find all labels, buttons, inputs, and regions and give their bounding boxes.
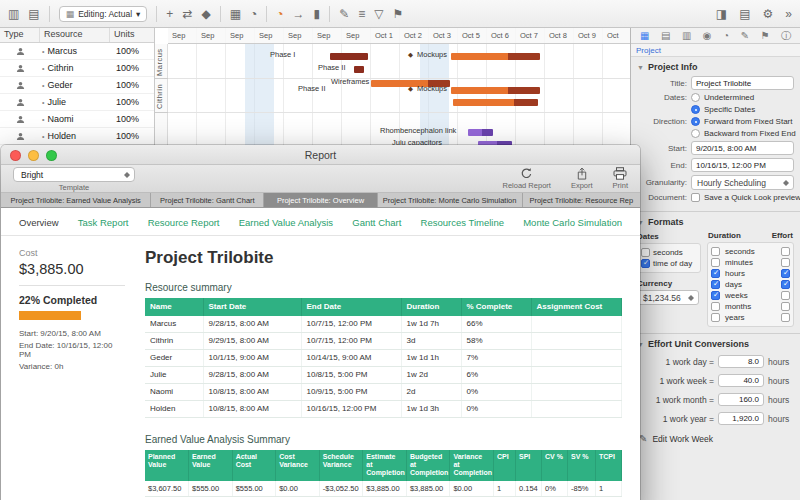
inspector-tab-resource-icon[interactable]: ◉ <box>703 30 712 41</box>
tab-gantt-chart[interactable]: Project Trilobite: Gantt Chart <box>151 193 264 207</box>
column-header-resource[interactable]: Resource <box>40 28 110 42</box>
reload-report-button[interactable]: Reload Report <box>503 167 551 190</box>
duration-days-checkbox[interactable] <box>711 280 720 289</box>
duration-seconds-checkbox[interactable] <box>711 247 720 256</box>
duration-hours-checkbox[interactable] <box>711 269 720 278</box>
work-day-field[interactable]: 8.0 <box>718 355 764 368</box>
tab-overview[interactable]: Project Trilobite: Overview <box>264 193 377 207</box>
project-title-field[interactable] <box>691 76 794 90</box>
work-month-field[interactable]: 160.0 <box>718 393 764 406</box>
sidebar-toggle-icon[interactable]: ◨ <box>716 8 727 20</box>
inspector-tab-project-icon[interactable]: ▦ <box>640 30 649 41</box>
gantt-bar-task[interactable] <box>453 99 538 106</box>
close-window-button[interactable] <box>10 150 21 161</box>
nav-overview[interactable]: Overview <box>19 217 59 228</box>
table-row[interactable]: •Julie 100% <box>0 94 154 111</box>
duration-months-checkbox[interactable] <box>711 302 720 311</box>
checkbox-option-label[interactable]: time of day <box>653 259 692 268</box>
inspector-tab-attachments-icon[interactable]: ⚑ <box>761 30 770 41</box>
nav-resource-report[interactable]: Resource Report <box>148 217 220 228</box>
project-start-field[interactable] <box>691 141 794 155</box>
timeline-view-icon[interactable]: ▤ <box>739 8 750 20</box>
view-task-icon[interactable]: ▥ <box>8 8 19 20</box>
disclosure-triangle-icon[interactable]: ▼ <box>637 64 644 71</box>
inspector-tab-styles-icon[interactable]: ✎ <box>741 30 749 41</box>
radio-option-label[interactable]: Undetermined <box>704 93 754 102</box>
nav-earned-value-analysis[interactable]: Earned Value Analysis <box>239 217 333 228</box>
table-row[interactable]: •Naomi 100% <box>0 111 154 128</box>
inspector-tab-info-icon[interactable]: ⓘ <box>781 29 791 43</box>
direction-forward-radio[interactable] <box>691 117 700 126</box>
effort-days-checkbox[interactable] <box>781 280 790 289</box>
effort-months-checkbox[interactable] <box>781 302 790 311</box>
effort-seconds-checkbox[interactable] <box>781 247 790 256</box>
milestone-icon[interactable]: ◆ <box>201 8 210 20</box>
print-button[interactable]: Print <box>613 167 628 190</box>
gantt-bar-rhombencephalon[interactable] <box>468 129 493 136</box>
add-task-icon[interactable]: + <box>166 8 173 20</box>
duration-years-checkbox[interactable] <box>711 313 720 322</box>
editing-mode-dropdown[interactable]: ▦ Editing: Actual ▾ <box>59 6 148 22</box>
dates-timeofday-checkbox[interactable] <box>641 259 650 268</box>
radio-option-label[interactable]: Specific Dates <box>704 105 755 114</box>
gantt-bar-mockups1[interactable] <box>451 53 540 60</box>
duration-weeks-checkbox[interactable] <box>711 291 720 300</box>
effort-years-checkbox[interactable] <box>781 313 790 322</box>
report-titlebar[interactable]: Report <box>1 145 640 165</box>
flag-icon[interactable]: ⚑ <box>392 8 403 20</box>
dates-seconds-checkbox[interactable] <box>641 248 650 257</box>
tab-earned-value-analysis[interactable]: Project Trilobite: Earned Value Analysis <box>1 193 151 207</box>
settings-gear-icon[interactable]: ⚙ <box>763 8 774 20</box>
table-row[interactable]: •Holden 100% <box>0 128 154 145</box>
checkbox-option-label[interactable]: seconds <box>653 248 683 257</box>
chart-icon[interactable]: ▮ <box>314 8 321 20</box>
calendar-icon[interactable]: ▦ <box>230 8 241 20</box>
column-header-units[interactable]: Units <box>110 28 154 42</box>
table-row[interactable]: •Geder 100% <box>0 77 154 94</box>
export-button[interactable]: Export <box>571 167 593 190</box>
work-year-field[interactable]: 1,920.0 <box>718 412 764 425</box>
tab-monte-carlo[interactable]: Project Trilobite: Monte Carlo Simulatio… <box>378 193 523 207</box>
direction-backward-radio[interactable] <box>691 129 700 138</box>
effort-hours-checkbox[interactable] <box>781 269 790 278</box>
inspector-tab-chart-icon[interactable]: ▥ <box>682 30 691 41</box>
more-tools-icon[interactable]: » <box>785 8 792 20</box>
nav-gantt-chart[interactable]: Gantt Chart <box>352 217 401 228</box>
template-dropdown[interactable]: Bright <box>13 167 135 182</box>
minimize-window-button[interactable] <box>28 150 39 161</box>
dates-specific-radio[interactable] <box>691 105 700 114</box>
table-row[interactable]: •Cithrin 100% <box>0 60 154 77</box>
view-resource-icon[interactable]: ▤ <box>28 8 39 20</box>
dates-undetermined-radio[interactable] <box>691 93 700 102</box>
table-row[interactable]: •Marcus 100% <box>0 43 154 60</box>
edit-work-week-button[interactable]: ✎ Edit Work Week <box>639 433 794 444</box>
tab-resource-report[interactable]: Project Trilobite: Resource Rep <box>523 193 640 207</box>
checkbox-option-label[interactable]: Save a Quick Look preview <box>704 193 800 202</box>
clock-icon[interactable]: ◔ <box>250 8 257 20</box>
zoom-window-button[interactable] <box>46 150 57 161</box>
link-tasks-icon[interactable]: ⇄ <box>182 8 192 20</box>
quicklook-checkbox[interactable] <box>691 193 700 202</box>
filter-icon[interactable]: ▽ <box>374 8 383 20</box>
gantt-chart[interactable]: Sep Sep Sep Sep Sep Sep Sep Oct 1 Oct 2 … <box>168 28 630 145</box>
reschedule-icon[interactable]: → <box>293 8 305 20</box>
gantt-bar-mockups2[interactable] <box>451 87 540 94</box>
duration-minutes-checkbox[interactable] <box>711 258 720 267</box>
granularity-dropdown[interactable]: Hourly Scheduling <box>691 175 794 190</box>
radio-option-label[interactable]: Backward from Fixed End <box>704 129 796 138</box>
nav-monte-carlo[interactable]: Monte Carlo Simulation <box>523 217 622 228</box>
inspector-tab-clock-icon[interactable]: ◔ <box>723 30 729 41</box>
gantt-bar-phase1[interactable] <box>330 53 368 60</box>
project-end-field[interactable] <box>691 158 794 172</box>
nav-resources-timeline[interactable]: Resources Timeline <box>421 217 504 228</box>
column-header-type[interactable]: Type <box>0 28 40 42</box>
edit-icon[interactable]: ✎ <box>339 8 349 20</box>
notes-icon[interactable]: ≡ <box>358 8 365 20</box>
catch-up-icon[interactable]: ◔ <box>276 8 283 20</box>
work-week-field[interactable]: 40.0 <box>718 374 764 387</box>
inspector-tab-calendar-icon[interactable]: ▤ <box>661 30 670 41</box>
radio-option-label[interactable]: Forward from Fixed Start <box>704 117 792 126</box>
gantt-bar-phase2-marker[interactable] <box>354 66 364 73</box>
nav-task-report[interactable]: Task Report <box>78 217 129 228</box>
effort-minutes-checkbox[interactable] <box>781 258 790 267</box>
